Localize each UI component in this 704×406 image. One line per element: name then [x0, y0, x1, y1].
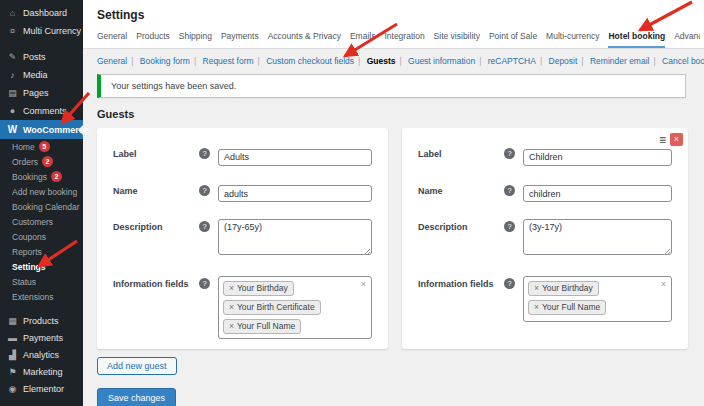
subtab-custom-checkout-fields[interactable]: Custom checkout fields [266, 56, 354, 66]
section-title: Guests [97, 108, 690, 120]
description-textarea[interactable]: (17y-65y) [218, 219, 372, 255]
subtab-general[interactable]: General [97, 56, 127, 66]
sidebar-item-multi-currency[interactable]: ¤ Multi Currency [0, 22, 83, 40]
remove-tag-icon[interactable]: × [229, 302, 234, 313]
help-icon[interactable]: ? [199, 278, 210, 289]
woocommerce-icon: W [7, 124, 18, 135]
subtab-reminder-email[interactable]: Reminder email [590, 56, 650, 66]
subnav-separator: | [399, 56, 401, 66]
sidebar-item-analytics[interactable]: ▟ Analytics [0, 346, 83, 363]
sidebar-item-media[interactable]: ♪ Media [0, 66, 83, 84]
tab-general[interactable]: General [97, 31, 127, 48]
tab-products[interactable]: Products [136, 31, 170, 48]
help-icon[interactable]: ? [504, 148, 515, 159]
submenu-label: Customers [12, 217, 53, 227]
subtab-guest-information[interactable]: Guest information [408, 56, 475, 66]
tag-label: Your Birthday [237, 283, 288, 294]
clear-field-icon[interactable]: × [361, 280, 366, 289]
sidebar-item-comments[interactable]: ● Comments [0, 102, 83, 120]
submenu-item-customers[interactable]: Customers [0, 214, 83, 229]
field-row-information-fields: Information fields ? ×Your Birthday ×You… [113, 276, 372, 339]
name-input[interactable] [523, 185, 672, 202]
submenu-label: Settings [12, 262, 46, 272]
submenu-item-settings[interactable]: Settings [0, 259, 83, 274]
label-input[interactable] [523, 149, 672, 166]
field-row-label: Label ? [113, 146, 372, 166]
tab-hotel-booking[interactable]: Hotel booking [608, 31, 665, 48]
help-icon[interactable]: ? [504, 185, 515, 196]
description-textarea[interactable]: (3y-17y) [523, 219, 672, 255]
submenu-item-orders[interactable]: Orders 2 [0, 154, 83, 169]
information-fields-multiselect[interactable]: ×Your Birthday ×Your Full Name × [523, 276, 672, 322]
settings-tab-bar: General Products Shipping Payments Accou… [97, 31, 700, 48]
field-label: Label [418, 146, 504, 159]
sidebar-item-label: Posts [23, 52, 46, 62]
selected-tag: ×Your Birth Certificate [223, 300, 321, 315]
sidebar-item-label: Dashboard [23, 8, 67, 18]
tab-integration[interactable]: Integration [384, 31, 424, 48]
tab-site-visibility[interactable]: Site visibility [434, 31, 480, 48]
subtab-guests[interactable]: Guests [367, 56, 396, 66]
subtab-recaptcha[interactable]: reCAPTCHA [488, 56, 536, 66]
add-new-guest-button[interactable]: Add new guest [97, 357, 177, 375]
tab-advanced[interactable]: Advanced [674, 31, 700, 48]
label-input[interactable] [218, 149, 372, 166]
sidebar-item-dashboard[interactable]: ⌂ Dashboard [0, 4, 83, 22]
drag-handle-icon[interactable]: ≡ [659, 134, 666, 146]
field-label: Information fields [113, 276, 199, 289]
field-row-name: Name ? [418, 183, 672, 203]
selected-tag: ×Your Birthday [223, 281, 294, 296]
help-icon[interactable]: ? [199, 148, 210, 159]
tab-point-of-sale[interactable]: Point of Sale [489, 31, 537, 48]
remove-tag-icon[interactable]: × [534, 302, 539, 313]
credit-card-icon: ▬ [7, 333, 18, 343]
subnav-separator: | [194, 56, 196, 66]
information-fields-multiselect[interactable]: ×Your Birthday ×Your Birth Certificate ×… [218, 276, 372, 339]
subtab-booking-form[interactable]: Booking form [140, 56, 190, 66]
sidebar-item-woocommerce[interactable]: W WooCommerce [0, 120, 83, 139]
submenu-item-add-new-booking[interactable]: Add new booking [0, 184, 83, 199]
tab-accounts-privacy[interactable]: Accounts & Privacy [268, 31, 341, 48]
remove-tag-icon[interactable]: × [229, 321, 234, 332]
sidebar-item-payments[interactable]: ▬ Payments [0, 329, 83, 346]
submenu-item-home[interactable]: Home 5 [0, 139, 83, 154]
help-icon[interactable]: ? [199, 185, 210, 196]
remove-guest-button[interactable]: × [670, 133, 683, 146]
admin-menu: ⌂ Dashboard ¤ Multi Currency ✎ Posts ♪ M… [0, 0, 83, 397]
remove-tag-icon[interactable]: × [534, 283, 539, 294]
tag-label: Your Full Name [237, 321, 295, 332]
help-icon[interactable]: ? [199, 221, 210, 232]
clear-field-icon[interactable]: × [661, 280, 666, 289]
help-icon[interactable]: ? [504, 221, 515, 232]
wordpress-admin-page: ⌂ Dashboard ¤ Multi Currency ✎ Posts ♪ M… [0, 0, 704, 406]
submenu-item-reports[interactable]: Reports [0, 244, 83, 259]
tab-multi-currency[interactable]: Multi-currency [546, 31, 599, 48]
selected-tag: ×Your Full Name [528, 300, 606, 315]
sidebar-item-posts[interactable]: ✎ Posts [0, 48, 83, 66]
remove-tag-icon[interactable]: × [229, 283, 234, 294]
name-input[interactable] [218, 185, 372, 202]
submenu-label: Extensions [12, 292, 54, 302]
submenu-item-bookings[interactable]: Bookings 2 [0, 169, 83, 184]
sidebar-item-products[interactable]: ▦ Products [0, 312, 83, 329]
subtab-deposit[interactable]: Deposit [549, 56, 578, 66]
menu-separator [0, 40, 83, 48]
field-label: Label [113, 146, 199, 159]
comment-bubble-icon: ● [7, 106, 18, 116]
submenu-item-coupons[interactable]: Coupons [0, 229, 83, 244]
tab-shipping[interactable]: Shipping [179, 31, 212, 48]
sidebar-item-marketing[interactable]: ⚑ Marketing [0, 363, 83, 380]
tab-payments[interactable]: Payments [221, 31, 259, 48]
help-icon[interactable]: ? [504, 278, 515, 289]
count-badge: 5 [39, 141, 50, 152]
subtab-request-form[interactable]: Request form [203, 56, 254, 66]
subtab-cancel-booking[interactable]: Cancel booking [662, 56, 704, 66]
sidebar-item-elementor[interactable]: ◉ Elementor [0, 380, 83, 397]
save-changes-button[interactable]: Save changes [97, 388, 176, 406]
submenu-item-booking-calendar[interactable]: Booking Calendar [0, 199, 83, 214]
tab-emails[interactable]: Emails [350, 31, 376, 48]
field-row-description: Description ? (3y-17y) [418, 219, 672, 259]
sidebar-item-pages[interactable]: ▤ Pages [0, 84, 83, 102]
submenu-item-extensions[interactable]: Extensions [0, 289, 83, 304]
submenu-item-status[interactable]: Status [0, 274, 83, 289]
